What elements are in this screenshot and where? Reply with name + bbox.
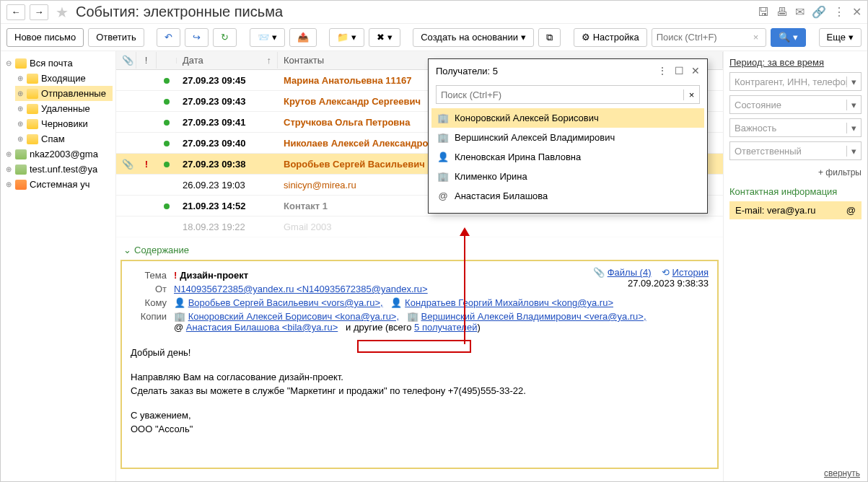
- col-importance[interactable]: !: [136, 52, 157, 69]
- at-icon: @: [437, 190, 449, 201]
- col-status[interactable]: [157, 58, 177, 63]
- attach-cell: 📎: [116, 159, 136, 170]
- status-cell: [157, 117, 177, 128]
- forward-button[interactable]: →: [30, 4, 48, 20]
- popup-maximize-icon[interactable]: ☐: [675, 65, 684, 76]
- attachment-icon: 📎: [593, 267, 605, 278]
- filter-state[interactable]: Состояние▾: [729, 95, 862, 114]
- tree-account-1[interactable]: ⊕nkaz2003@gma: [4, 146, 113, 162]
- date-cell: 27.09.23 09:43: [177, 96, 278, 107]
- create-based-button[interactable]: Создать на основании ▾: [413, 28, 534, 47]
- more-filters-link[interactable]: + фильтры: [729, 165, 862, 180]
- tree-deleted[interactable]: ⊕Удаленные: [15, 101, 113, 116]
- tree-inbox[interactable]: ⊕Входящие: [15, 71, 113, 86]
- to-link-1[interactable]: Воробьев Сергей Васильевич <vors@ya.ru>,: [188, 297, 383, 308]
- popup-more-icon[interactable]: ⋮: [657, 65, 667, 76]
- diagram-button[interactable]: ⧉: [538, 28, 561, 47]
- new-letter-button[interactable]: Новое письмо: [6, 28, 84, 47]
- history-icon: ⟲: [662, 267, 670, 278]
- period-link[interactable]: Период: за все время: [729, 57, 862, 72]
- back-button[interactable]: ←: [6, 4, 25, 20]
- popup-item-text: Клименко Ирина: [455, 171, 527, 182]
- col-attachment[interactable]: 📎: [116, 52, 136, 69]
- filter-panel: Период: за все время Контрагент, ИНН, те…: [723, 51, 867, 481]
- mail-preview: 📎 Файлы (4) ⟲ История 27.09.2023 9:38:33…: [120, 260, 719, 469]
- tree-account-3[interactable]: ⊕Системная уч: [4, 177, 113, 192]
- tree-root[interactable]: ⊖ Вся почта: [4, 56, 113, 71]
- close-icon[interactable]: ✕: [852, 5, 862, 19]
- more-icon[interactable]: ⋮: [833, 5, 845, 19]
- tree-sent[interactable]: ⊕Отправленные: [15, 86, 113, 101]
- folder-icon: [27, 119, 38, 129]
- popup-item[interactable]: 🏢Вершинский Алексей Владимирович: [431, 128, 704, 147]
- to-link-2[interactable]: Кондратьев Георгий Михайлович <kong@ya.r…: [405, 297, 613, 308]
- tree-account-2[interactable]: ⊕test.unf.test@ya: [4, 162, 113, 177]
- receive-button[interactable]: 📨 ▾: [250, 28, 285, 47]
- history-link[interactable]: История: [672, 267, 709, 278]
- search-input[interactable]: [657, 32, 750, 43]
- cc-link-2[interactable]: Вершинский Алексей Владимирович <vera@ya…: [421, 311, 646, 322]
- col-date[interactable]: Дата ↑: [177, 52, 278, 69]
- folder-button[interactable]: 📁 ▾: [329, 28, 364, 47]
- reply-button[interactable]: Ответить: [88, 28, 144, 47]
- settings-button[interactable]: ⚙ Настройка: [574, 28, 647, 47]
- forward-mail-button[interactable]: ↪: [185, 28, 209, 47]
- more-button[interactable]: Еще ▾: [819, 28, 862, 47]
- contacts-cell: Gmail 2003: [278, 222, 723, 232]
- filter-importance[interactable]: Важность▾: [729, 118, 862, 137]
- filter-counterparty[interactable]: Контрагент, ИНН, телефон▾: [729, 72, 862, 91]
- chevron-down-icon: ▾: [846, 100, 856, 110]
- folder-icon: [15, 165, 27, 175]
- save-icon[interactable]: 🖫: [758, 6, 769, 19]
- folder-icon: [27, 134, 38, 144]
- popup-item[interactable]: 🏢Коноровский Алексей Борисович: [431, 108, 704, 128]
- cc-link-1[interactable]: Коноровский Алексей Борисович <kona@ya.r…: [188, 311, 399, 322]
- send-button[interactable]: 📤: [289, 28, 317, 47]
- print-icon[interactable]: 🖶: [776, 6, 788, 19]
- status-cell: [157, 75, 177, 86]
- from-link[interactable]: N140935672385@yandex.ru <N140935672385@y…: [174, 284, 428, 294]
- cc-link-3[interactable]: Анастасия Билашова <bila@ya.ru>: [186, 322, 338, 333]
- link-icon[interactable]: 🔗: [812, 5, 826, 19]
- date-cell: 27.09.23 09:40: [177, 138, 278, 149]
- reply-all-button[interactable]: ↶: [157, 28, 180, 47]
- folder-icon: [15, 58, 27, 69]
- tree-spam[interactable]: ⊕Спам: [15, 131, 113, 146]
- delete-button[interactable]: ✖ ▾: [369, 28, 400, 47]
- popup-search[interactable]: ×: [436, 85, 700, 104]
- org-icon: 🏢: [437, 113, 449, 123]
- popup-item-text: Коноровский Алексей Борисович: [455, 113, 599, 123]
- search-button[interactable]: 🔍 ▾: [771, 28, 806, 47]
- popup-item-text: Анастасия Билашова: [455, 190, 548, 201]
- others-text: и другие (всего: [346, 322, 414, 333]
- collapse-link[interactable]: свернуть: [824, 468, 860, 478]
- folder-icon: [27, 104, 38, 114]
- popup-close-icon[interactable]: ✕: [691, 65, 700, 76]
- recipients-count-link[interactable]: 5 получателей: [414, 322, 477, 333]
- folder-tree: ⊖ Вся почта ⊕Входящие ⊕Отправленные ⊕Уда…: [1, 51, 116, 481]
- popup-item[interactable]: 👤Кленовская Ирина Павловна: [431, 147, 704, 167]
- files-link[interactable]: Файлы (4): [608, 267, 652, 278]
- star-icon[interactable]: ★: [56, 4, 69, 21]
- chevron-down-icon: ▾: [846, 146, 856, 157]
- toolbar-search[interactable]: ×: [652, 28, 767, 47]
- contact-email-row[interactable]: E-mail: vera@ya.ru @: [729, 201, 862, 219]
- table-row[interactable]: 18.09.23 19:22Gmail 2003: [116, 216, 723, 237]
- popup-list: 🏢Коноровский Алексей Борисович 🏢Вершинск…: [429, 108, 707, 213]
- chevron-down-icon: ▾: [846, 123, 856, 133]
- popup-search-input[interactable]: [437, 89, 683, 100]
- label-to: Кому: [131, 297, 174, 308]
- clear-search-icon[interactable]: ×: [750, 32, 762, 43]
- refresh-button[interactable]: ↻: [213, 28, 237, 47]
- popup-search-clear[interactable]: ×: [683, 89, 699, 100]
- importance-icon: !: [174, 270, 177, 281]
- mail-icon[interactable]: ✉: [795, 5, 805, 19]
- tree-drafts[interactable]: ⊕Черновики: [15, 116, 113, 131]
- content-toggle[interactable]: ⌄ Содержание: [116, 240, 723, 260]
- mail-timestamp: 27.09.2023 9:38:33: [593, 278, 709, 289]
- filter-responsible[interactable]: Ответственный▾: [729, 141, 862, 160]
- popup-item[interactable]: @Анастасия Билашова: [431, 186, 704, 206]
- status-cell: [157, 138, 177, 149]
- popup-item[interactable]: 🏢Клименко Ирина: [431, 167, 704, 186]
- at-icon: @: [174, 322, 183, 333]
